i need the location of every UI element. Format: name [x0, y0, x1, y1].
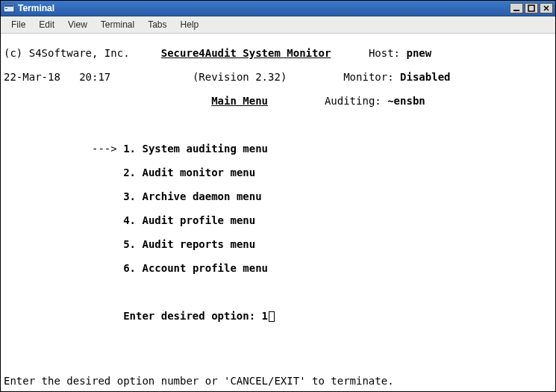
monitor-value: Disabled — [400, 71, 450, 83]
auditing-value: ~ensbn — [387, 95, 425, 107]
host-value: pnew — [406, 47, 431, 59]
prompt-label: Enter desired option: — [123, 310, 255, 322]
auditing-label: Auditing: — [325, 95, 381, 107]
date-text: 22-Mar-18 — [4, 71, 60, 83]
menu-item-num: 1. — [123, 143, 136, 155]
revision-text: (Revision 2.32) — [193, 71, 287, 83]
menu-item-num: 2. — [123, 167, 136, 178]
titlebar: Terminal — [1, 1, 555, 16]
close-button[interactable] — [540, 3, 553, 13]
menu-item-label: Archive daemon menu — [142, 190, 261, 202]
svg-rect-3 — [513, 10, 519, 11]
menu-item-label: Audit reports menu — [142, 238, 255, 250]
menu-item-num: 6. — [123, 262, 136, 274]
maximize-button[interactable] — [525, 3, 538, 13]
menu-file[interactable]: File — [4, 17, 32, 32]
monitor-label: Monitor: — [343, 71, 393, 83]
menu-item-label: Audit profile menu — [142, 214, 255, 226]
menu-view[interactable]: View — [61, 17, 94, 32]
screen-title: Main Menu — [211, 95, 268, 107]
menubar: File Edit View Terminal Tabs Help — [1, 16, 555, 34]
menu-item-label: Audit monitor menu — [142, 167, 255, 178]
svg-rect-4 — [528, 5, 534, 11]
menu-item-label: System auditing menu — [142, 143, 268, 155]
svg-rect-1 — [4, 4, 13, 7]
app-title: Secure4Audit System Monitor — [161, 47, 331, 59]
menu-pointer: ---> — [92, 143, 117, 155]
menu-terminal[interactable]: Terminal — [94, 17, 141, 32]
menu-edit[interactable]: Edit — [32, 17, 61, 32]
titlebar-left: Terminal — [3, 2, 54, 14]
host-label: Host: — [369, 47, 400, 59]
svg-rect-2 — [5, 8, 7, 9]
prompt-input[interactable]: 1 — [262, 310, 268, 322]
menu-item-num: 5. — [123, 238, 136, 250]
footer-hint: Enter the desired option number or 'CANC… — [4, 375, 552, 387]
window-controls — [510, 3, 553, 13]
terminal-content[interactable]: (c) S4Software, Inc. Secure4Audit System… — [1, 34, 555, 391]
time-text: 20:17 — [79, 71, 110, 83]
menu-item-label: Account profile menu — [142, 262, 268, 274]
copyright-text: (c) S4Software, Inc. — [4, 47, 130, 59]
menu-help[interactable]: Help — [174, 17, 206, 32]
menu-item-num: 4. — [123, 214, 136, 226]
window-title: Terminal — [18, 3, 54, 13]
menu-tabs[interactable]: Tabs — [141, 17, 173, 32]
cursor — [269, 311, 275, 322]
terminal-window: Terminal File Edit View Terminal Tabs He… — [0, 0, 556, 392]
terminal-icon — [3, 2, 15, 14]
menu-item-num: 3. — [123, 190, 136, 202]
minimize-button[interactable] — [510, 3, 523, 13]
